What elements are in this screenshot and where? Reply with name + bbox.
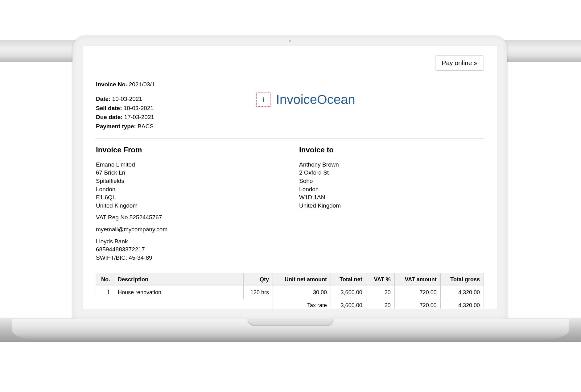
th-qty: Qty [244, 273, 273, 286]
from-vat: VAT Reg No 5252445767 [96, 213, 281, 222]
th-no: No. [96, 273, 114, 286]
from-city: London [96, 185, 281, 194]
invoice-to-heading: Invoice to [299, 145, 484, 155]
brand: i InvoiceOcean [244, 80, 484, 107]
cell-totalnet: 3,600.00 [331, 286, 366, 299]
invoice-to: Invoice to Anthony Brown 2 Oxford St Soh… [299, 145, 484, 266]
invoice-from-heading: Invoice From [96, 145, 281, 155]
to-name: Anthony Brown [299, 161, 484, 169]
brand-logo-icon: i [256, 93, 270, 107]
invoice-duedate-line: Due date: 17-03-2021 [96, 113, 225, 122]
tax-totalnet: 3,600.00 [331, 299, 366, 309]
invoice-selldate-value: 10-03-2021 [124, 105, 154, 111]
invoice-number-label: Invoice No. [96, 81, 127, 88]
table-header-row: No. Description Qty Unit net amount Tota… [96, 273, 484, 286]
invoice-from: Invoice From Emano Limited 67 Brick Ln S… [96, 145, 281, 266]
separator [96, 138, 484, 138]
invoice-number-line: Invoice No. 2021/03/1 [96, 80, 225, 89]
tax-totalgross: 4,320.00 [440, 299, 484, 309]
cell-no: 1 [96, 286, 114, 299]
cell-unit: 30.00 [273, 286, 331, 299]
cell-desc: House renovation [114, 286, 244, 299]
cell-vatamt: 720.00 [394, 286, 440, 299]
brand-logo-letter: i [262, 95, 264, 104]
invoice-date-value: 10-03-2021 [112, 96, 142, 102]
to-address-block: Anthony Brown 2 Oxford St Soho London W1… [299, 161, 484, 210]
tax-rate-row: Tax rate 3,600.00 20 720.00 4,320.00 [96, 299, 484, 309]
th-description: Description [114, 273, 244, 286]
topbar: Pay online » [96, 55, 484, 71]
from-country: United Kingdom [96, 202, 281, 210]
invoice-paymenttype-label: Payment type: [96, 123, 136, 130]
cell-totalgross: 4,320.00 [440, 286, 484, 299]
from-line1: 67 Brick Ln [96, 169, 281, 177]
invoice-selldate-label: Sell date: [96, 105, 122, 111]
invoice-meta: Invoice No. 2021/03/1 Date: 10-03-2021 S… [96, 80, 225, 131]
to-city: London [299, 185, 484, 194]
cell-vatpct: 20 [366, 286, 394, 299]
from-bank-block: Lloyds Bank 685944883372217 SWIFT/BIC: 4… [96, 237, 281, 262]
th-totalnet: Total net [331, 273, 366, 286]
laptop-frame: Pay online » Invoice No. 2021/03/1 Date:… [72, 35, 507, 319]
from-company: Emano Limited [96, 161, 281, 169]
pay-online-button[interactable]: Pay online » [435, 55, 484, 71]
to-line2: Soho [299, 177, 484, 185]
invoice-date-label: Date: [96, 96, 111, 102]
invoice-paymenttype-line: Payment type: BACS [96, 122, 225, 131]
from-swift: SWIFT/BIC: 45-34-89 [96, 254, 281, 262]
tax-vatamt: 720.00 [394, 299, 440, 309]
from-postcode: E1 6QL [96, 193, 281, 202]
th-vatpct: VAT % [366, 273, 394, 286]
from-line2: Spitalfields [96, 177, 281, 185]
screen: Pay online » Invoice No. 2021/03/1 Date:… [83, 46, 497, 309]
invoice-paymenttype-value: BACS [138, 123, 154, 130]
th-vatamt: VAT amount [394, 273, 440, 286]
tax-vatpct: 20 [366, 299, 394, 309]
to-country: United Kingdom [299, 202, 484, 210]
laptop-notch [247, 319, 334, 326]
from-address-block: Emano Limited 67 Brick Ln Spitalfields L… [96, 161, 281, 210]
to-postcode: W1D 1AN [299, 193, 484, 202]
invoice-duedate-label: Due date: [96, 114, 123, 120]
to-line1: 2 Oxford St [299, 169, 484, 177]
invoice-date-line: Date: 10-03-2021 [96, 94, 225, 103]
invoice-selldate-line: Sell date: 10-03-2021 [96, 104, 225, 113]
invoice-meta-row: Invoice No. 2021/03/1 Date: 10-03-2021 S… [96, 80, 484, 131]
th-unit: Unit net amount [273, 273, 331, 286]
brand-name: InvoiceOcean [276, 92, 355, 107]
from-account: 685944883372217 [96, 246, 281, 254]
th-totalgross: Total gross [440, 273, 484, 286]
invoice-number-value: 2021/03/1 [129, 81, 155, 88]
from-bank: Lloyds Bank [96, 237, 281, 246]
line-items-table: No. Description Qty Unit net amount Tota… [96, 273, 484, 309]
table-row: 1 House renovation 120 hrs 30.00 3,600.0… [96, 286, 484, 299]
parties: Invoice From Emano Limited 67 Brick Ln S… [96, 145, 484, 266]
tax-label: Tax rate [273, 299, 331, 309]
from-email: myemail@mycompany.com [96, 225, 281, 234]
cell-qty: 120 hrs [244, 286, 273, 299]
invoice-duedate-value: 17-03-2021 [124, 114, 154, 120]
